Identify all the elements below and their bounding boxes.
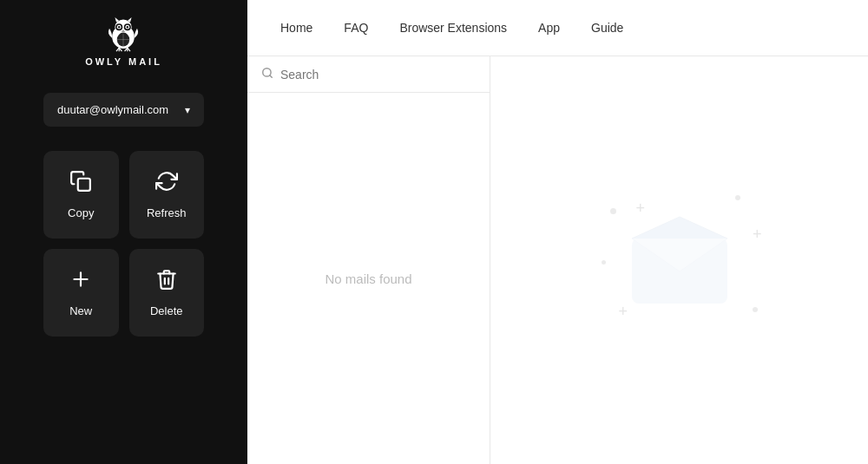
svg-point-8: [118, 26, 120, 28]
email-selector[interactable]: duutar@owlymail.com ▾: [43, 93, 204, 127]
plus-icon: [69, 268, 92, 296]
top-nav: Home FAQ Browser Extensions App Guide: [247, 0, 868, 56]
email-list-area: No mails found: [247, 56, 490, 464]
nav-guide[interactable]: Guide: [575, 0, 639, 56]
action-grid: Copy Refresh: [43, 151, 204, 337]
brand-name: OWLY MAIL: [85, 56, 162, 67]
nav-home[interactable]: Home: [265, 0, 328, 56]
refresh-icon: [155, 170, 178, 198]
delete-button[interactable]: Delete: [129, 249, 205, 337]
copy-button[interactable]: Copy: [43, 151, 119, 239]
nav-browser-extensions[interactable]: Browser Extensions: [384, 0, 523, 56]
sidebar: OWLY MAIL duutar@owlymail.com ▾ Copy: [0, 0, 247, 464]
refresh-label: Refresh: [147, 206, 187, 219]
logo-area: OWLY MAIL: [85, 17, 162, 67]
main-layout: OWLY MAIL duutar@owlymail.com ▾ Copy: [0, 0, 868, 464]
new-button[interactable]: New: [43, 249, 119, 337]
nav-app[interactable]: App: [523, 0, 575, 56]
empty-illustration: + + +: [593, 182, 766, 338]
nav-faq[interactable]: FAQ: [328, 0, 384, 56]
email-display: duutar@owlymail.com: [57, 103, 168, 116]
delete-label: Delete: [150, 304, 183, 317]
right-panel: Home FAQ Browser Extensions App Guide: [247, 0, 868, 464]
no-mails-text: No mails found: [247, 93, 490, 464]
svg-rect-20: [78, 179, 90, 191]
owl-logo-icon: [102, 17, 145, 52]
copy-label: Copy: [68, 206, 94, 219]
envelope-icon: [623, 212, 736, 308]
email-detail-area: + + +: [490, 56, 868, 464]
search-bar: [247, 56, 490, 93]
refresh-button[interactable]: Refresh: [129, 151, 205, 239]
search-input[interactable]: [280, 68, 476, 82]
chevron-down-icon: ▾: [185, 104, 190, 116]
plus-decoration-2: +: [753, 225, 762, 244]
search-icon: [261, 67, 273, 82]
svg-line-24: [270, 75, 273, 78]
copy-icon: [69, 170, 92, 198]
svg-point-9: [127, 26, 128, 28]
trash-icon: [155, 268, 178, 296]
content-row: No mails found + + +: [247, 56, 868, 464]
new-label: New: [69, 304, 92, 317]
